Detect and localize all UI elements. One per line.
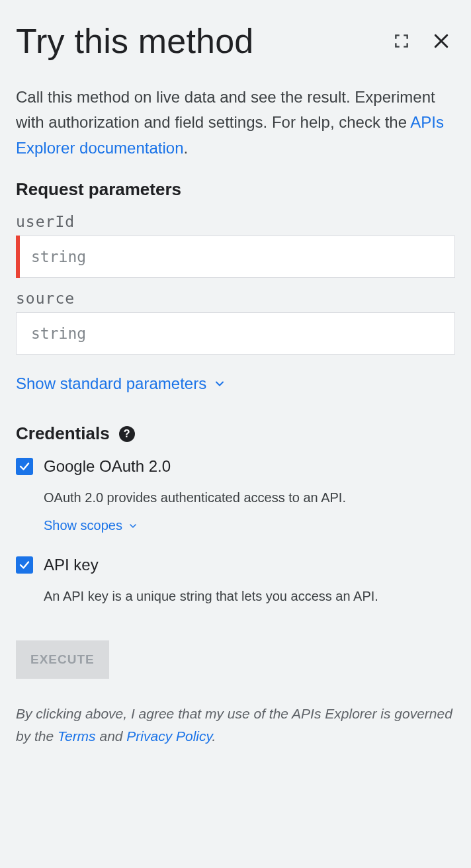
- param-label-userid: userId: [16, 213, 455, 230]
- source-input-wrap: [16, 312, 455, 355]
- intro-text-after: .: [183, 139, 188, 157]
- terms-link[interactable]: Terms: [58, 728, 96, 744]
- userid-input[interactable]: [16, 236, 455, 278]
- chevron-down-icon: [128, 521, 138, 531]
- apikey-label: API key: [44, 556, 99, 574]
- apikey-checkbox[interactable]: [16, 556, 33, 574]
- credential-oauth-row: Google OAuth 2.0: [16, 457, 455, 476]
- oauth-checkbox[interactable]: [16, 458, 33, 475]
- userid-input-wrap: [16, 236, 455, 278]
- disclaimer-after: .: [212, 728, 216, 744]
- privacy-policy-link[interactable]: Privacy Policy: [126, 728, 212, 744]
- disclaimer-text: By clicking above, I agree that my use o…: [16, 703, 455, 747]
- try-method-panel: Try this method Call this method on live…: [0, 0, 471, 763]
- close-icon[interactable]: [431, 31, 451, 51]
- show-standard-parameters-link[interactable]: Show standard parameters: [16, 374, 226, 393]
- intro-text: Call this method on live data and see th…: [16, 85, 455, 161]
- help-icon[interactable]: ?: [119, 426, 135, 442]
- credentials-heading-label: Credentials: [16, 423, 110, 444]
- apikey-description: An API key is a unique string that lets …: [44, 586, 455, 606]
- fullscreen-icon[interactable]: [393, 32, 410, 50]
- chevron-down-icon: [213, 377, 226, 390]
- show-scopes-link[interactable]: Show scopes: [44, 518, 138, 533]
- panel-header: Try this method: [16, 21, 455, 61]
- source-input[interactable]: [16, 312, 455, 355]
- panel-title: Try this method: [16, 21, 253, 61]
- credentials-heading: Credentials ?: [16, 423, 455, 444]
- request-parameters-heading: Request parameters: [16, 179, 455, 200]
- credential-oauth: Google OAuth 2.0 OAuth 2.0 provides auth…: [16, 457, 455, 533]
- oauth-label: Google OAuth 2.0: [44, 457, 171, 476]
- show-standard-parameters-label: Show standard parameters: [16, 374, 206, 393]
- header-actions: [393, 31, 455, 51]
- credential-apikey-row: API key: [16, 556, 455, 574]
- param-label-source: source: [16, 290, 455, 307]
- oauth-description: OAuth 2.0 provides authenticated access …: [44, 488, 455, 507]
- show-scopes-label: Show scopes: [44, 518, 122, 533]
- credential-apikey: API key An API key is a unique string th…: [16, 556, 455, 606]
- execute-button[interactable]: EXECUTE: [16, 640, 109, 679]
- disclaimer-mid: and: [99, 728, 126, 744]
- intro-text-before: Call this method on live data and see th…: [16, 88, 435, 131]
